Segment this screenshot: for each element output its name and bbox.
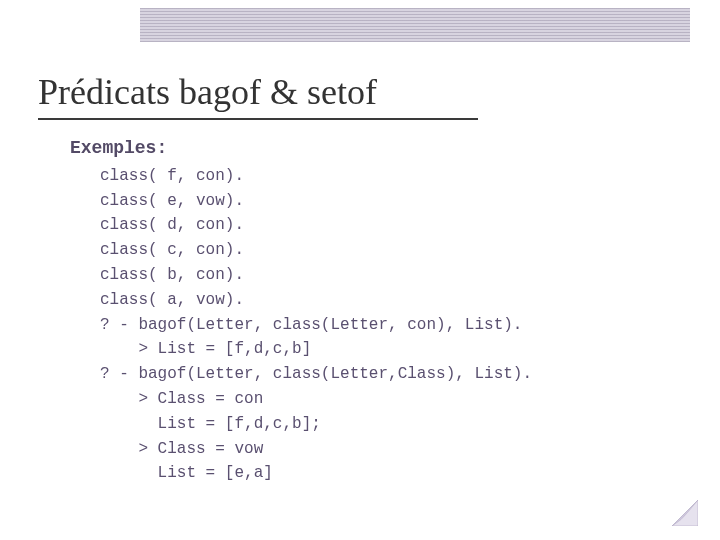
code-line: class( c, con). <box>100 241 244 259</box>
slide-title: Prédicats bagof & setof <box>38 74 720 112</box>
code-line: List = [e,a] <box>100 464 273 482</box>
code-line: class( e, vow). <box>100 192 244 210</box>
page-curl-icon <box>672 500 698 526</box>
slide: Prédicats bagof & setof Exemples: class(… <box>0 0 720 540</box>
code-block: class( f, con). class( e, vow). class( d… <box>72 164 680 486</box>
code-line: class( d, con). <box>100 216 244 234</box>
title-block: Prédicats bagof & setof <box>0 52 720 120</box>
code-line: > List = [f,d,c,b] <box>100 340 311 358</box>
code-line: > Class = vow <box>100 440 263 458</box>
hatch-pattern <box>140 8 690 42</box>
code-line: > Class = con <box>100 390 263 408</box>
code-line: List = [f,d,c,b]; <box>100 415 321 433</box>
content-area: Exemples: class( f, con). class( e, vow)… <box>0 120 720 486</box>
code-line: ? - bagof(Letter, class(Letter, con), Li… <box>100 316 522 334</box>
code-line: class( a, vow). <box>100 291 244 309</box>
examples-heading: Exemples: <box>70 138 680 158</box>
code-line: class( f, con). <box>100 167 244 185</box>
top-decoration <box>0 0 720 52</box>
code-line: class( b, con). <box>100 266 244 284</box>
code-line: ? - bagof(Letter, class(Letter,Class), L… <box>100 365 532 383</box>
